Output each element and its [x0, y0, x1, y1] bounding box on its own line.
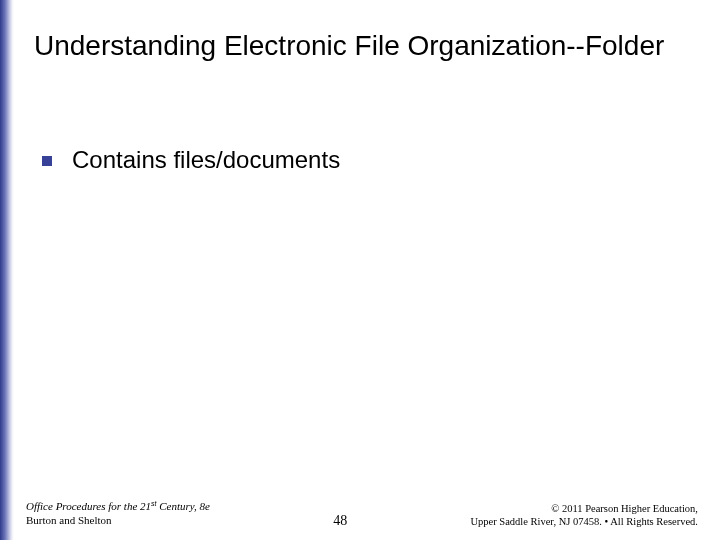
decorative-left-border — [0, 0, 14, 540]
copyright-line-1: © 2011 Pearson Higher Education, — [470, 502, 698, 515]
book-title: Office Procedures for the 21st Century, … — [26, 500, 210, 514]
slide-body: Contains files/documents — [42, 146, 690, 174]
bullet-text: Contains files/documents — [72, 146, 340, 174]
page-number: 48 — [325, 512, 355, 530]
slide-footer: Office Procedures for the 21st Century, … — [26, 500, 698, 528]
book-title-prefix: Office Procedures for the 21 — [26, 501, 151, 513]
slide-title: Understanding Electronic File Organizati… — [34, 28, 696, 63]
footer-left: Office Procedures for the 21st Century, … — [26, 500, 210, 528]
footer-right: © 2011 Pearson Higher Education, Upper S… — [470, 502, 698, 528]
square-bullet-icon — [42, 156, 52, 166]
copyright-line-2: Upper Saddle River, NJ 07458. • All Righ… — [470, 515, 698, 528]
book-authors: Burton and Shelton — [26, 514, 210, 528]
book-title-suffix: Century, 8e — [157, 501, 210, 513]
slide: Understanding Electronic File Organizati… — [0, 0, 720, 540]
list-item: Contains files/documents — [42, 146, 690, 174]
